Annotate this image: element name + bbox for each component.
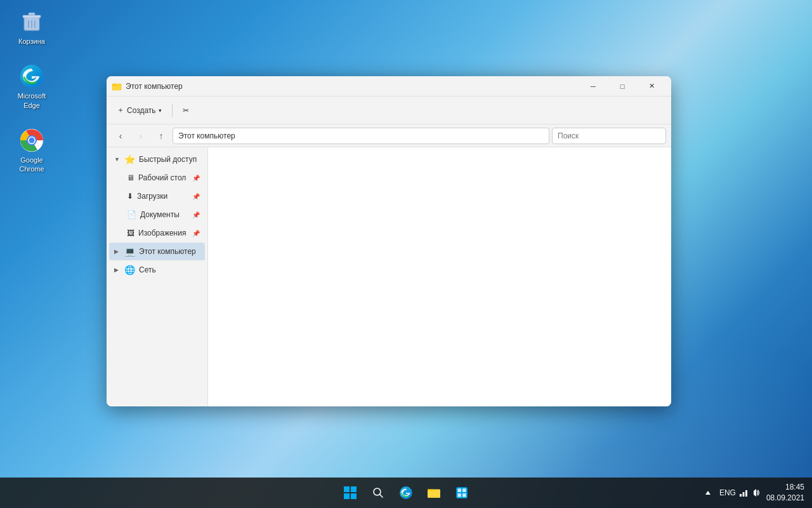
edge-svg xyxy=(19,64,44,89)
taskbar-right: ENG 18:45 08.09.2021 xyxy=(702,481,804,504)
address-bar[interactable] xyxy=(173,128,549,144)
folder-icon xyxy=(427,486,441,500)
search-icon xyxy=(372,487,384,498)
svg-line-17 xyxy=(380,495,383,498)
svg-rect-14 xyxy=(344,493,350,499)
taskbar: ENG 18:45 08.09.2021 xyxy=(0,478,812,508)
edge-desktop-icon[interactable]: Microsoft Edge xyxy=(6,61,57,112)
taskbar-center xyxy=(339,481,473,504)
system-tray-expand[interactable] xyxy=(702,481,714,504)
desktop: Корзина Microsoft Edge xyxy=(0,0,812,508)
svg-rect-12 xyxy=(344,486,350,492)
explorer-title-icon xyxy=(112,81,122,91)
search-button[interactable] xyxy=(367,481,390,504)
chrome-label: Google Chrome xyxy=(9,156,55,174)
edge-taskbar-button[interactable] xyxy=(395,481,417,504)
search-input[interactable] xyxy=(552,128,666,144)
volume-icon[interactable] xyxy=(751,488,761,498)
desktop-icons: Корзина Microsoft Edge xyxy=(6,6,57,176)
network-icon[interactable] xyxy=(738,488,749,498)
chrome-svg xyxy=(19,128,44,153)
back-button[interactable]: ‹ xyxy=(112,127,129,145)
chrome-desktop-icon[interactable]: Google Chrome xyxy=(6,125,57,177)
svg-rect-29 xyxy=(745,490,747,497)
explorer-title: Этот компьютер xyxy=(126,82,579,91)
explorer-win-controls: ─ □ ✕ xyxy=(579,76,666,97)
language-indicator[interactable]: ENG xyxy=(719,488,736,497)
create-button[interactable]: ＋ Создать ▾ xyxy=(112,100,167,121)
close-button[interactable]: ✕ xyxy=(637,76,666,97)
sidebar-item-desktop[interactable]: 🖥 Рабочий стол 📌 xyxy=(109,169,205,187)
explorer-window: Этот компьютер ─ □ ✕ ＋ Создать ▾ ✂ ‹ › ↑ xyxy=(107,76,671,406)
app4-taskbar-button[interactable] xyxy=(450,481,473,504)
explorer-main-content xyxy=(208,147,671,406)
recycle-bin-svg xyxy=(19,9,44,34)
explorer-titlebar: Этот компьютер ─ □ ✕ xyxy=(107,76,671,97)
svg-rect-24 xyxy=(457,493,461,497)
sidebar-item-documents[interactable]: 📄 Документы 📌 xyxy=(109,206,205,224)
svg-rect-27 xyxy=(740,494,742,497)
svg-marker-26 xyxy=(705,491,710,495)
explorer-taskbar-button[interactable] xyxy=(422,481,445,504)
recycle-bin-label: Корзина xyxy=(18,37,45,46)
explorer-toolbar: ＋ Создать ▾ ✂ xyxy=(107,97,671,124)
explorer-body: ▼ ⭐ Быстрый доступ 🖥 Рабочий стол 📌 ⬇ За… xyxy=(107,147,671,406)
svg-rect-23 xyxy=(462,488,466,492)
explorer-sidebar: ▼ ⭐ Быстрый доступ 🖥 Рабочий стол 📌 ⬇ За… xyxy=(107,147,208,406)
sidebar-item-quick-access[interactable]: ▼ ⭐ Быстрый доступ xyxy=(109,150,205,168)
sidebar-item-network[interactable]: ▶ 🌐 Сеть xyxy=(109,261,205,279)
start-button[interactable] xyxy=(339,481,362,504)
cut-button[interactable]: ✂ xyxy=(178,100,194,121)
svg-rect-13 xyxy=(351,486,357,492)
svg-rect-2 xyxy=(29,13,35,15)
windows-logo-icon xyxy=(343,486,357,500)
svg-rect-20 xyxy=(428,491,440,498)
svg-rect-1 xyxy=(23,15,41,18)
app4-icon xyxy=(455,486,469,500)
edge-taskbar-icon xyxy=(399,486,413,500)
up-button[interactable]: ↑ xyxy=(152,127,170,145)
minimize-button[interactable]: ─ xyxy=(579,76,608,97)
recycle-bin-icon[interactable]: Корзина xyxy=(6,6,57,48)
explorer-navbar: ‹ › ↑ xyxy=(107,124,671,147)
taskbar-clock[interactable]: 18:45 08.09.2021 xyxy=(766,482,804,504)
sidebar-item-this-computer[interactable]: ▶ 💻 Этот компьютер xyxy=(109,243,205,260)
sidebar-item-downloads[interactable]: ⬇ Загрузки 📌 xyxy=(109,187,205,205)
toolbar-separator xyxy=(172,104,173,117)
taskbar-sys-icons: ENG xyxy=(719,488,761,498)
forward-button[interactable]: › xyxy=(132,127,150,145)
svg-rect-22 xyxy=(457,488,461,492)
edge-label: Microsoft Edge xyxy=(9,91,55,110)
svg-rect-31 xyxy=(754,491,756,495)
svg-rect-28 xyxy=(742,492,744,497)
chevron-up-icon xyxy=(705,490,711,496)
maximize-button[interactable]: □ xyxy=(608,76,637,97)
svg-rect-25 xyxy=(462,493,466,497)
sidebar-item-images[interactable]: 🖼 Изображения 📌 xyxy=(109,224,205,242)
svg-rect-15 xyxy=(351,493,357,499)
svg-point-10 xyxy=(29,137,35,143)
